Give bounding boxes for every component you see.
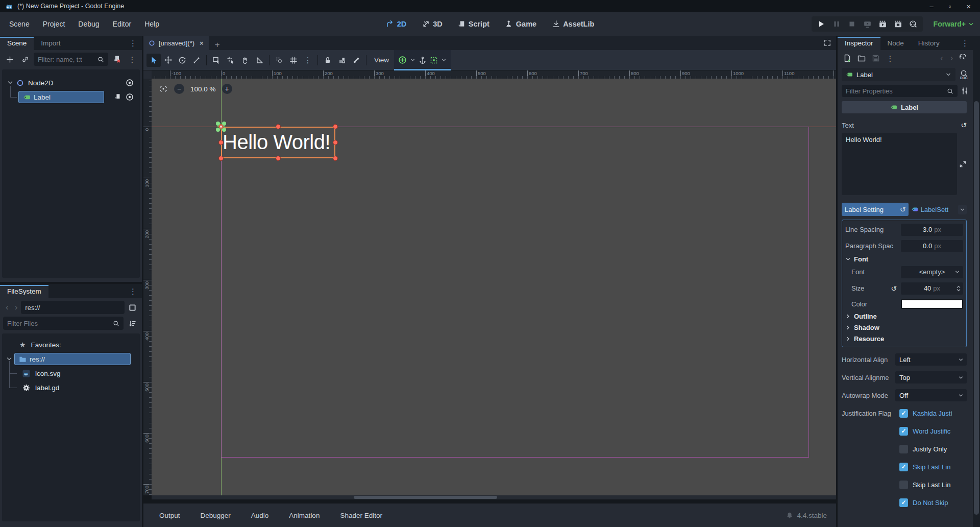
category-label[interactable]: Label [842,101,967,113]
bottom-panel-output[interactable]: Output [153,509,187,522]
selection-handle[interactable] [276,124,281,129]
bottom-panel-shader-editor[interactable]: Shader Editor [333,509,389,522]
revert-icon[interactable]: ↺ [891,284,897,293]
tab-filesystem[interactable]: FileSystem [0,285,48,298]
ruler-tool[interactable] [252,54,266,67]
grid-snap-icon[interactable] [286,54,301,67]
scene-tab-unsaved[interactable]: [unsaved](*) × [143,36,209,50]
center-view-icon[interactable] [159,84,168,93]
text-property-textarea[interactable]: Hello World! [842,133,957,195]
label-settings-resource[interactable]: LabelSett [911,205,967,214]
path-field[interactable]: res:// [21,301,125,314]
move-pivot-tool[interactable] [224,54,238,67]
minimize-button[interactable]: – [929,3,933,10]
autowrap-mode-dropdown[interactable]: Off [895,389,967,401]
filter-files-input[interactable]: Filter Files [3,317,124,330]
new-scene-tab-button[interactable]: + [209,40,226,50]
scene-dock-menu-icon[interactable]: ⋮ [124,36,142,50]
canvas-label-text[interactable]: Hello World! [223,128,330,156]
list-select-tool[interactable] [209,54,224,67]
stop-button[interactable] [845,17,859,31]
revert-icon[interactable]: ↺ [961,121,967,129]
node-selector-dropdown[interactable]: Label [842,68,955,81]
spinner-arrows-icon[interactable] [956,285,961,292]
property-tools-icon[interactable] [961,87,969,95]
remote-play-button[interactable] [861,17,874,31]
menu-scene[interactable]: Scene [4,17,35,31]
close-tab-icon[interactable]: × [200,39,204,47]
viewport-canvas[interactable]: Hello World! − 100.0 % + [152,79,836,495]
workspace-assetlib[interactable]: AssetLib [548,18,598,30]
skeleton-bone-icon[interactable] [349,54,363,67]
file-row-label-gd[interactable]: label.gd [2,380,140,395]
move-tool[interactable] [161,54,175,67]
revert-icon[interactable]: ↺ [900,205,906,213]
selection-handle[interactable] [218,156,224,161]
favorites-row[interactable]: ★ Favorites: [2,338,140,352]
play-scene-button[interactable] [876,17,889,31]
checkbox-word-justification[interactable]: ✓ [899,427,908,436]
instantiate-scene-button[interactable] [18,53,32,66]
play-button[interactable] [815,17,828,31]
add-node-button[interactable] [3,53,16,66]
font-dropdown[interactable]: <empty> [901,266,963,278]
pause-button[interactable] [830,17,843,31]
shadow-section-header[interactable]: Shadow [845,322,963,333]
collapse-chevron-icon[interactable] [7,80,13,86]
view-menu-button[interactable]: View [369,54,394,66]
close-button[interactable]: × [966,3,971,10]
workspace-3d[interactable]: 3D [418,18,447,30]
scene-filter-input[interactable]: Filter: name, t:t [34,53,108,66]
line-spacing-field[interactable]: 3.0 px [901,224,963,236]
vertical-align-dropdown[interactable]: Top [895,371,967,384]
workspace-game[interactable]: Game [501,18,541,30]
selection-handle[interactable] [333,140,338,145]
workspace-2d[interactable]: 2D [382,18,411,30]
res-root-row[interactable]: res:// [2,352,140,366]
paragraph-spacing-field[interactable]: 0.0 px [901,240,963,252]
selected-folder[interactable]: res:// [14,353,131,365]
checkbox-skip-last-line-with-trailing[interactable] [899,481,908,489]
dotted-region-icon[interactable] [430,56,438,64]
detach-script-button[interactable] [110,53,124,66]
nav-forward-icon[interactable]: › [12,302,20,313]
expand-viewport-icon[interactable] [824,39,831,46]
font-section-header[interactable]: Font [845,253,963,265]
anchor-icon[interactable] [419,56,427,64]
inspector-menu-icon[interactable]: ⋮ [957,36,973,50]
filter-properties-input[interactable]: Filter Properties [842,85,958,97]
bottom-panel-audio[interactable]: Audio [244,509,276,522]
outline-section-header[interactable]: Outline [845,310,963,322]
select-tool[interactable] [146,54,161,67]
color-swatch[interactable] [901,299,963,309]
object-history-icon[interactable] [957,52,970,65]
zoom-in-button[interactable]: + [222,84,232,94]
attached-script-icon[interactable] [114,93,121,101]
split-view-icon[interactable] [126,301,139,314]
origin-gizmo[interactable] [213,119,229,134]
selection-handle[interactable] [218,140,224,145]
load-resource-icon[interactable] [855,52,868,65]
play-custom-scene-button[interactable] [891,17,904,31]
tree-row-label[interactable]: Label [2,90,140,104]
tab-inspector[interactable]: Inspector [838,37,880,50]
file-row-icon-svg[interactable]: icon.svg [2,366,140,380]
pan-tool[interactable] [238,54,252,67]
bottom-panel-animation[interactable]: Animation [282,509,326,522]
menu-project[interactable]: Project [38,17,70,31]
bell-icon[interactable] [786,512,793,519]
menu-debug[interactable]: Debug [73,17,104,31]
horizontal-scrollbar[interactable] [152,495,836,499]
checkbox-do-not-skip-single-line[interactable]: ✓ [899,498,908,507]
resource-section-header[interactable]: Resource [845,333,963,344]
scene-tree-menu-icon[interactable]: ⋮ [126,53,139,66]
selection-handle[interactable] [333,156,338,161]
scale-tool[interactable] [189,54,204,67]
scrollbar-thumb[interactable] [974,101,979,515]
menu-help[interactable]: Help [139,17,164,31]
sort-files-icon[interactable] [126,317,139,330]
horizontal-align-dropdown[interactable]: Left [895,353,967,366]
label-settings-property[interactable]: Label Setting ↺ [842,203,909,216]
selection-handle[interactable] [276,156,281,161]
tab-history[interactable]: History [911,37,947,50]
